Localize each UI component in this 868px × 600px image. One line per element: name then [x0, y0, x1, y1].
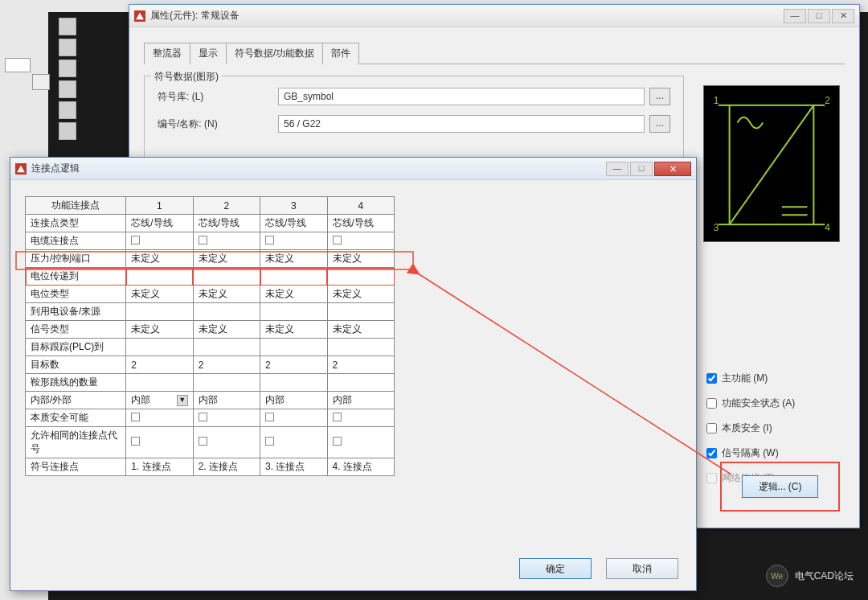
- ok-button[interactable]: 确定: [519, 558, 592, 579]
- cell[interactable]: 未定义: [327, 286, 394, 303]
- tool-icon[interactable]: [59, 18, 76, 35]
- checkbox[interactable]: [706, 448, 717, 458]
- cell-checkbox[interactable]: [193, 232, 260, 250]
- tab-0[interactable]: 整流器: [144, 43, 190, 64]
- cell-checkbox[interactable]: [260, 232, 327, 250]
- minimize-button[interactable]: —: [606, 162, 628, 176]
- cell[interactable]: [260, 374, 327, 392]
- cell[interactable]: 2: [126, 356, 193, 374]
- column-header[interactable]: 2: [193, 197, 260, 215]
- cell[interactable]: 芯线/导线: [193, 215, 260, 232]
- cell[interactable]: 芯线/导线: [260, 215, 327, 232]
- cell-checkbox[interactable]: [327, 427, 394, 458]
- cell-checkbox[interactable]: [193, 409, 260, 427]
- column-header[interactable]: 功能连接点: [26, 197, 126, 215]
- cell[interactable]: 2. 连接点: [193, 458, 260, 476]
- cell[interactable]: [126, 268, 193, 286]
- close-button[interactable]: ✕: [832, 9, 854, 23]
- cell[interactable]: 1. 连接点: [126, 458, 193, 476]
- cell-checkbox[interactable]: [126, 427, 193, 458]
- cell-checkbox[interactable]: [327, 232, 394, 250]
- cell[interactable]: 内部: [260, 392, 327, 409]
- cell-dropdown[interactable]: 内部▼: [126, 392, 193, 409]
- cell-checkbox[interactable]: [260, 427, 327, 458]
- tool-icon[interactable]: [59, 101, 76, 119]
- cell[interactable]: 未定义: [126, 250, 193, 268]
- tool-icon[interactable]: [59, 122, 76, 140]
- tool-icon[interactable]: [59, 60, 76, 77]
- cell[interactable]: 未定义: [193, 250, 260, 268]
- cell-checkbox[interactable]: [126, 232, 193, 250]
- cell[interactable]: 未定义: [260, 321, 327, 339]
- checkbox-option[interactable]: 主功能 (M): [703, 371, 840, 386]
- tool-icon[interactable]: [59, 80, 76, 98]
- checkbox[interactable]: [706, 373, 717, 384]
- cell[interactable]: [327, 339, 394, 356]
- logic-button[interactable]: 逻辑... (C): [742, 475, 818, 498]
- close-button[interactable]: ✕: [654, 162, 691, 176]
- cell[interactable]: [193, 268, 260, 286]
- column-header[interactable]: 1: [126, 197, 193, 215]
- cell[interactable]: [126, 303, 193, 321]
- cell[interactable]: [193, 374, 260, 392]
- browse-small-button[interactable]: [32, 74, 50, 90]
- cell-checkbox[interactable]: [327, 409, 394, 427]
- cell[interactable]: 2: [260, 356, 327, 374]
- cell[interactable]: 未定义: [126, 286, 193, 303]
- cell[interactable]: [327, 303, 394, 321]
- titlebar[interactable]: 连接点逻辑 — □ ✕: [10, 158, 696, 180]
- cell[interactable]: 3. 连接点: [260, 458, 327, 476]
- cell[interactable]: [260, 268, 327, 286]
- browse-button[interactable]: ...: [649, 115, 670, 133]
- cell[interactable]: 2: [193, 356, 260, 374]
- cell[interactable]: [327, 268, 394, 286]
- chevron-down-icon[interactable]: ▼: [177, 395, 188, 406]
- cell[interactable]: [193, 339, 260, 356]
- cell[interactable]: [260, 303, 327, 321]
- connection-logic-table[interactable]: 功能连接点1234连接点类型芯线/导线芯线/导线芯线/导线芯线/导线电缆连接点压…: [25, 196, 395, 476]
- cell[interactable]: 内部: [327, 392, 394, 409]
- minimize-button[interactable]: —: [784, 9, 806, 23]
- cell[interactable]: [126, 339, 193, 356]
- cell-checkbox[interactable]: [193, 427, 260, 458]
- connection-logic-dialog: 连接点逻辑 — □ ✕ 功能连接点1234连接点类型芯线/导线芯线/导线芯线/导…: [10, 157, 697, 591]
- cell[interactable]: 未定义: [260, 250, 327, 268]
- cell[interactable]: 芯线/导线: [327, 215, 394, 232]
- cell-checkbox[interactable]: [126, 409, 193, 427]
- maximize-button[interactable]: □: [630, 162, 653, 176]
- cell[interactable]: 2: [327, 356, 394, 374]
- tool-icon[interactable]: [59, 39, 76, 56]
- checkbox-option[interactable]: 本质安全 (I): [703, 421, 840, 436]
- cell[interactable]: [327, 374, 394, 392]
- cell-checkbox[interactable]: [260, 409, 327, 427]
- checkbox-option[interactable]: 功能安全状态 (A): [703, 396, 840, 411]
- maximize-button[interactable]: □: [808, 9, 830, 23]
- cell[interactable]: [260, 339, 327, 356]
- unknown-dropdown[interactable]: [5, 58, 31, 72]
- tab-3[interactable]: 部件: [322, 43, 359, 64]
- cell[interactable]: [193, 303, 260, 321]
- titlebar[interactable]: 属性(元件): 常规设备 — □ ✕: [129, 5, 859, 27]
- browse-button[interactable]: ...: [649, 88, 670, 105]
- cell[interactable]: 未定义: [260, 286, 327, 303]
- cell[interactable]: 内部: [193, 392, 260, 409]
- cell[interactable]: 芯线/导线: [126, 215, 193, 232]
- tab-1[interactable]: 显示: [190, 43, 227, 64]
- checkbox-option[interactable]: 信号隔离 (W): [703, 446, 840, 461]
- cancel-button[interactable]: 取消: [606, 558, 678, 579]
- checkbox[interactable]: [706, 398, 717, 409]
- checkbox[interactable]: [706, 423, 717, 434]
- cell[interactable]: 4. 连接点: [327, 458, 394, 476]
- column-header[interactable]: 4: [327, 197, 394, 215]
- cell[interactable]: 未定义: [327, 250, 394, 268]
- cell[interactable]: [126, 374, 193, 392]
- cell[interactable]: 未定义: [327, 321, 394, 339]
- cell[interactable]: 未定义: [193, 321, 260, 339]
- column-header[interactable]: 3: [260, 197, 327, 215]
- tab-2[interactable]: 符号数据/功能数据: [226, 43, 323, 64]
- field-value[interactable]: GB_symbol: [278, 88, 645, 105]
- field-value[interactable]: 56 / G22: [278, 115, 645, 133]
- cell[interactable]: 未定义: [126, 321, 193, 339]
- cell[interactable]: 未定义: [193, 286, 260, 303]
- app-icon: [15, 163, 27, 175]
